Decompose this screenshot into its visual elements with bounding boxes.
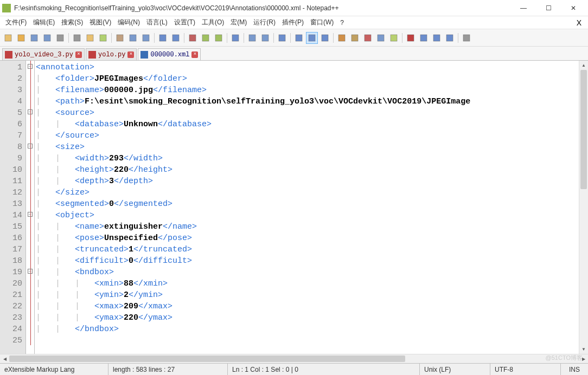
new-file-icon[interactable] bbox=[2, 32, 14, 44]
menu-item-10[interactable]: 插件(P) bbox=[279, 17, 307, 28]
svg-rect-20 bbox=[296, 35, 302, 41]
copy-icon[interactable] bbox=[127, 32, 139, 44]
fold-all-icon[interactable] bbox=[349, 32, 361, 44]
sync-v-icon[interactable] bbox=[246, 32, 258, 44]
record-macro-icon[interactable] bbox=[405, 32, 417, 44]
tab-close-icon[interactable]: × bbox=[75, 51, 82, 58]
svg-rect-31 bbox=[446, 35, 453, 41]
svg-rect-11 bbox=[159, 35, 166, 41]
menu-item-9[interactable]: 运行(R) bbox=[250, 17, 279, 28]
play-macro-icon[interactable] bbox=[431, 32, 443, 44]
user-lang-icon[interactable] bbox=[336, 32, 348, 44]
find-icon[interactable] bbox=[187, 32, 199, 44]
close-all-icon[interactable] bbox=[71, 32, 83, 44]
svg-rect-8 bbox=[117, 35, 123, 41]
vertical-scrollbar[interactable]: ▲ ▼ bbox=[579, 61, 588, 354]
svg-rect-24 bbox=[351, 35, 358, 41]
save-all-icon[interactable] bbox=[41, 32, 53, 44]
redo-icon[interactable] bbox=[170, 32, 182, 44]
scroll-thumb-v[interactable] bbox=[580, 70, 587, 189]
paste-icon[interactable] bbox=[140, 32, 152, 44]
cut-icon[interactable] bbox=[114, 32, 126, 44]
svg-rect-16 bbox=[232, 35, 239, 41]
tab-label: yolo.py bbox=[98, 51, 125, 59]
menu-item-3[interactable]: 视图(V) bbox=[86, 17, 114, 28]
tab-status-icon bbox=[5, 51, 12, 59]
line-number-gutter: 1234567891011121314151617181920212223242… bbox=[0, 61, 26, 354]
menu-close-x[interactable]: X bbox=[572, 17, 586, 28]
svg-rect-32 bbox=[463, 35, 470, 41]
save-icon[interactable] bbox=[28, 32, 40, 44]
toolbar bbox=[0, 29, 588, 47]
scroll-right-button[interactable]: ▶ bbox=[579, 354, 588, 363]
replace-icon[interactable] bbox=[200, 32, 212, 44]
minimize-button[interactable]: — bbox=[511, 0, 536, 16]
tab-close-icon[interactable]: × bbox=[191, 51, 198, 58]
scroll-down-button[interactable]: ▼ bbox=[579, 345, 588, 354]
unfold-all-icon[interactable] bbox=[362, 32, 374, 44]
code-content[interactable]: <annotation>| <folder>JPEGImages</folder… bbox=[35, 61, 579, 354]
open-file-icon[interactable] bbox=[15, 32, 27, 44]
svg-rect-22 bbox=[322, 35, 328, 41]
find-in-files-icon[interactable] bbox=[213, 32, 225, 44]
menu-item-12[interactable]: ? bbox=[337, 18, 347, 28]
svg-rect-2 bbox=[31, 35, 37, 41]
status-language: eXtensible Markup Lang bbox=[0, 364, 108, 375]
svg-rect-14 bbox=[202, 35, 209, 41]
tab-yolo.py[interactable]: yolo.py× bbox=[86, 48, 137, 60]
menu-item-8[interactable]: 宏(M) bbox=[227, 17, 250, 28]
scroll-left-button[interactable]: ◀ bbox=[0, 354, 9, 363]
title-bar: F:\esint\smoking_Recognition\selfTrainin… bbox=[0, 0, 588, 16]
indent-guide-icon[interactable] bbox=[306, 32, 318, 44]
menu-item-4[interactable]: 编码(N) bbox=[114, 17, 143, 28]
zoom-icon[interactable] bbox=[229, 32, 241, 44]
stop-macro-icon[interactable] bbox=[418, 32, 430, 44]
undo-icon[interactable] bbox=[157, 32, 169, 44]
sync-h-icon[interactable] bbox=[259, 32, 271, 44]
svg-rect-9 bbox=[130, 35, 136, 41]
editor-area: 1234567891011121314151617181920212223242… bbox=[0, 61, 588, 354]
svg-rect-0 bbox=[5, 35, 11, 41]
menu-item-2[interactable]: 搜索(S) bbox=[58, 17, 86, 28]
close-icon[interactable] bbox=[54, 32, 66, 44]
menu-item-1[interactable]: 编辑(E) bbox=[30, 17, 58, 28]
close-button[interactable]: ✕ bbox=[561, 0, 586, 16]
menu-item-0[interactable]: 文件(F) bbox=[2, 17, 30, 28]
scroll-up-button[interactable]: ▲ bbox=[579, 61, 588, 70]
horizontal-scrollbar[interactable]: ◀ ▶ bbox=[0, 354, 588, 363]
scroll-thumb-h[interactable] bbox=[9, 355, 405, 362]
svg-rect-19 bbox=[279, 35, 285, 41]
svg-rect-6 bbox=[87, 35, 93, 41]
menu-item-6[interactable]: 设置(T) bbox=[171, 17, 199, 28]
svg-rect-23 bbox=[338, 35, 345, 41]
highlight-icon[interactable] bbox=[319, 32, 331, 44]
svg-rect-5 bbox=[74, 35, 80, 41]
window-title: F:\esint\smoking_Recognition\selfTrainin… bbox=[14, 4, 511, 12]
svg-rect-30 bbox=[433, 35, 440, 41]
tab-close-icon[interactable]: × bbox=[127, 51, 134, 58]
maximize-button[interactable]: ☐ bbox=[536, 0, 561, 16]
show-all-chars-icon[interactable] bbox=[293, 32, 305, 44]
svg-rect-21 bbox=[309, 35, 315, 41]
svg-rect-26 bbox=[378, 35, 384, 41]
tab-yolo_video_3.py[interactable]: yolo_video_3.py× bbox=[2, 48, 85, 60]
print-icon[interactable] bbox=[84, 32, 96, 44]
menu-item-11[interactable]: 窗口(W) bbox=[307, 17, 337, 28]
svg-rect-27 bbox=[391, 35, 397, 41]
menu-item-7[interactable]: 工具(O) bbox=[199, 17, 227, 28]
print-now-icon[interactable] bbox=[97, 32, 109, 44]
function-list-icon[interactable] bbox=[388, 32, 400, 44]
tab-label: yolo_video_3.py bbox=[15, 51, 73, 59]
menu-item-5[interactable]: 语言(L) bbox=[143, 17, 171, 28]
monitoring-icon[interactable] bbox=[461, 32, 472, 44]
svg-rect-4 bbox=[57, 35, 63, 41]
svg-rect-12 bbox=[172, 35, 179, 41]
fold-column[interactable]: −−−−− bbox=[26, 61, 35, 354]
tab-000000.xml[interactable]: 000000.xml× bbox=[138, 48, 201, 60]
svg-rect-3 bbox=[44, 35, 50, 41]
doc-map-icon[interactable] bbox=[375, 32, 387, 44]
word-wrap-icon[interactable] bbox=[276, 32, 288, 44]
svg-rect-25 bbox=[365, 35, 371, 41]
play-multi-icon[interactable] bbox=[444, 32, 456, 44]
svg-rect-29 bbox=[420, 35, 427, 41]
